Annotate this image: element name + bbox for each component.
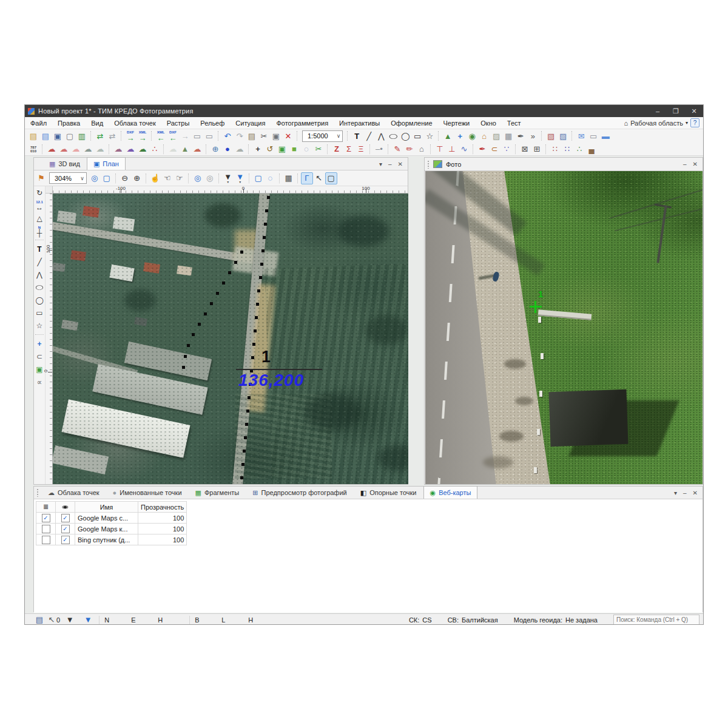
pan-hand-icon[interactable]: ☝	[149, 172, 161, 184]
survey-point[interactable]	[256, 303, 259, 306]
delete-icon[interactable]: ✕	[282, 130, 294, 142]
menu-тест[interactable]: Тест	[502, 120, 527, 127]
photo-drag-handle[interactable]	[427, 160, 430, 169]
open-cloud-project-icon[interactable]: ▤	[39, 130, 52, 142]
survey-point[interactable]	[263, 236, 266, 239]
view-tab-3d-вид[interactable]: ▦3D вид	[42, 157, 87, 170]
image-frame-icon[interactable]: ▦	[502, 130, 514, 142]
nodes-red-icon[interactable]: ∷	[549, 143, 561, 155]
add-point-icon[interactable]: +	[454, 130, 466, 142]
cloud-pink-icon[interactable]: ☁	[70, 143, 82, 155]
survey-point[interactable]	[251, 356, 254, 359]
point-blue-icon[interactable]: ●	[221, 143, 234, 155]
measure-icon[interactable]: 12.1↔	[34, 200, 45, 211]
curve-icon[interactable]: ⊂	[488, 143, 500, 155]
layer-opacity[interactable]: 100	[138, 524, 187, 534]
add-node-icon[interactable]: +	[252, 143, 264, 155]
survey-point[interactable]	[184, 355, 187, 358]
layer-opacity[interactable]: 100	[138, 534, 187, 545]
comment-icon[interactable]: ✉	[575, 130, 587, 142]
survey-point[interactable]	[241, 463, 244, 466]
arc-icon[interactable]: ↺	[264, 143, 276, 155]
relief-image-icon[interactable]: ▲	[179, 143, 191, 155]
survey-point[interactable]	[243, 450, 246, 453]
text-icon[interactable]: T	[351, 130, 363, 142]
document-preview-icon[interactable]: ▭	[191, 130, 203, 142]
export-exchange-icon[interactable]: ⇄	[106, 130, 118, 142]
layer-visible-checkbox[interactable]: ✓	[61, 536, 70, 544]
dock-tab-фрагменты[interactable]: ▦Фрагменты	[189, 486, 246, 499]
help-button[interactable]: ?	[690, 118, 699, 127]
survey-point[interactable]	[245, 423, 248, 426]
import-dxf-icon[interactable]: DXF→	[167, 130, 179, 142]
plan-close-button[interactable]: ✕	[398, 161, 403, 167]
workspace-arrow-icon[interactable]: ▾	[686, 120, 688, 126]
status-filter-add-icon[interactable]: ▼	[82, 614, 94, 625]
zoom-combo[interactable]: 304%∨	[49, 172, 87, 184]
zoom-frame-icon[interactable]: ▢	[101, 172, 113, 184]
redo-icon[interactable]: ↷	[234, 130, 246, 142]
survey-point[interactable]	[244, 436, 247, 439]
dock-close-button[interactable]: ✕	[693, 490, 698, 496]
circle-icon[interactable]: ◯	[399, 130, 411, 142]
project-structure-icon[interactable]: ▥	[76, 130, 88, 142]
filter-add-icon[interactable]: ▼▾	[234, 172, 246, 184]
region-icon[interactable]: ◌	[300, 143, 312, 155]
fragment-clip-icon[interactable]: ▧	[545, 130, 557, 142]
survey-point[interactable]	[255, 316, 258, 319]
cloud-cut-icon[interactable]: ☁	[167, 143, 179, 155]
pencil-red-icon[interactable]: ✎	[391, 143, 403, 155]
select-lasso-icon[interactable]: ◌	[265, 172, 277, 184]
arc-edit-icon[interactable]: ⊂	[34, 351, 45, 362]
survey-point[interactable]	[198, 323, 201, 326]
import-exchange-icon[interactable]: ⇄	[94, 130, 106, 142]
undo-icon[interactable]: ↶	[221, 130, 234, 142]
snap-flag-icon[interactable]: ⚑	[35, 172, 47, 184]
swap-region-icon[interactable]: ⊠	[519, 143, 531, 155]
survey-point[interactable]	[246, 410, 249, 413]
menu-оформление[interactable]: Оформление	[385, 120, 437, 127]
menu-рельеф[interactable]: Рельеф	[195, 120, 230, 127]
survey-point[interactable]	[261, 249, 265, 252]
survey-point[interactable]	[259, 276, 262, 279]
survey-point[interactable]	[267, 196, 270, 199]
survey-point[interactable]	[192, 333, 195, 336]
menu-вид[interactable]: Вид	[86, 120, 109, 127]
layer-name[interactable]: Bing спутник (д...	[75, 534, 138, 545]
polyline-icon[interactable]: ⋀	[375, 130, 387, 142]
polygon-icon[interactable]: ☆	[34, 320, 45, 331]
layer-name[interactable]: Google Maps с...	[75, 513, 138, 524]
cloud-outline-icon[interactable]: ☁	[82, 143, 94, 155]
survey-point[interactable]	[222, 281, 225, 285]
survey-point[interactable]	[240, 476, 243, 479]
import-xml-icon[interactable]: XML→	[155, 130, 167, 142]
layer-visible-checkbox[interactable]: ✓	[61, 525, 70, 533]
import-raster-icon[interactable]: →	[179, 130, 191, 142]
save-fragment-icon[interactable]: ▢	[64, 130, 76, 142]
scale-combo[interactable]: 1:5000∨	[302, 130, 343, 142]
dock-tab-опорные-точки[interactable]: ◧Опорные точки	[354, 486, 423, 499]
open-project-icon[interactable]: ▤	[27, 130, 39, 142]
profile-sigma-icon[interactable]: Σ	[343, 143, 355, 155]
survey-point[interactable]	[252, 343, 255, 346]
dock-tab-веб-карты[interactable]: ◉Веб-карты	[423, 486, 478, 499]
filter-icon[interactable]: ▼▾	[222, 172, 234, 184]
pen-icon[interactable]: ✒	[514, 130, 527, 142]
menu-ситуация[interactable]: Ситуация	[230, 120, 271, 127]
zoom-next-icon[interactable]: ◎	[204, 172, 216, 184]
layer-visible-checkbox[interactable]: ✓	[61, 514, 70, 522]
add-point-icon[interactable]: +	[34, 339, 45, 349]
survey-point[interactable]	[264, 223, 267, 226]
segment-icon[interactable]: ╱	[34, 257, 45, 268]
view-tab-план[interactable]: ▣План	[87, 157, 126, 170]
ortho-corner-icon[interactable]: Γ	[301, 172, 313, 184]
survey-point[interactable]	[182, 366, 185, 369]
ellipse-icon[interactable]: ◯	[34, 282, 45, 293]
filter-add-icon-dropdown-icon[interactable]: ▾	[239, 181, 241, 183]
level-top-icon[interactable]: ⊤	[434, 143, 446, 155]
wave-icon[interactable]: ∿	[458, 143, 470, 155]
overflow-chevron-icon[interactable]: »	[527, 130, 539, 142]
profile-xi-icon[interactable]: Ξ	[355, 143, 367, 155]
rectangle-icon[interactable]: ▭	[411, 130, 423, 142]
text-icon[interactable]: T	[34, 244, 45, 255]
